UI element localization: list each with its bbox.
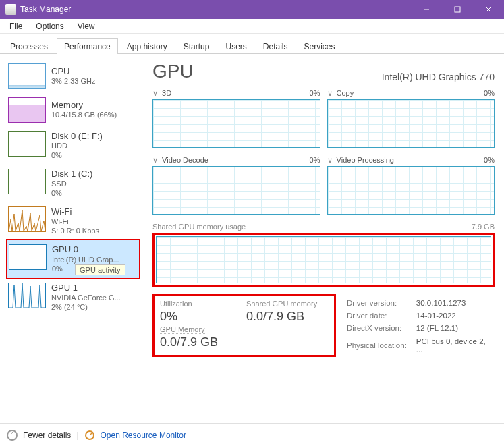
shared-mem-label: Shared GPU memory usage bbox=[152, 223, 246, 231]
chart-name[interactable]: Copy bbox=[337, 89, 354, 97]
minimize-button[interactable] bbox=[411, 0, 442, 19]
shared-mem-max: 7.9 GB bbox=[472, 223, 495, 231]
resource-monitor-icon bbox=[84, 430, 95, 441]
sidebar-item-label: GPU 1 bbox=[51, 283, 121, 294]
sidebar-item-label: Disk 1 (C:) bbox=[51, 169, 92, 179]
tab-app-history[interactable]: App history bbox=[119, 38, 175, 54]
menu-options[interactable]: Options bbox=[29, 20, 70, 32]
sidebar-item-meta: S: 0 R: 0 Kbps bbox=[51, 227, 99, 236]
driver-date-value: 14-01-2022 bbox=[416, 310, 493, 320]
driver-info-table: Driver version:30.0.101.1273 Driver date… bbox=[345, 296, 495, 357]
mini-chart bbox=[8, 97, 46, 123]
engine-chart-video-decode[interactable] bbox=[152, 166, 320, 215]
chart-pct: 0% bbox=[310, 156, 320, 165]
menu-view[interactable]: View bbox=[71, 20, 102, 32]
shared-gpu-mem-value: 0.0/7.9 GB bbox=[246, 310, 327, 324]
driver-date-label: Driver date: bbox=[347, 310, 415, 320]
gpu-memory-label: GPU Memory bbox=[160, 325, 205, 334]
driver-version-label: Driver version: bbox=[347, 298, 415, 308]
gpu-model: Intel(R) UHD Graphics 770 bbox=[382, 72, 495, 82]
tooltip: GPU activity bbox=[75, 264, 125, 275]
sidebar-item-disk-0-e-f-[interactable]: Disk 0 (E: F:)HDD0% bbox=[7, 127, 140, 165]
tab-performance[interactable]: Performance bbox=[57, 38, 118, 54]
chevron-down-icon[interactable]: ∨ bbox=[327, 89, 333, 97]
chart-pct: 0% bbox=[484, 156, 495, 165]
menu-file[interactable]: Filedocument.currentScript.previousEleme… bbox=[3, 20, 29, 32]
shared-gpu-mem-label: Shared GPU memory bbox=[246, 300, 317, 308]
mini-chart bbox=[8, 169, 46, 194]
sidebar-item-meta: 0% bbox=[51, 189, 92, 198]
sidebar-item-cpu[interactable]: CPU3% 2.33 GHz bbox=[7, 59, 140, 93]
shared-mem-chart-highlight bbox=[152, 233, 495, 287]
tab-users[interactable]: Users bbox=[218, 38, 254, 54]
directx-version-value: 12 (FL 12.1) bbox=[416, 323, 493, 333]
svg-line-5 bbox=[90, 433, 92, 435]
physical-location-label: Physical location: bbox=[347, 335, 415, 356]
engine-chart-video-processing[interactable] bbox=[327, 166, 495, 215]
window-title: Task Manager bbox=[20, 5, 411, 14]
main-title: GPU bbox=[152, 61, 194, 82]
sidebar-item-subtitle: Intel(R) UHD Grap... bbox=[52, 256, 119, 265]
sidebar-item-label: Memory bbox=[51, 100, 117, 111]
resource-sidebar: CPU3% 2.33 GHzMemory10.4/15.8 GB (66%)Di… bbox=[0, 54, 140, 423]
sidebar-item-wi-fi[interactable]: Wi-FiWi-FiS: 0 R: 0 Kbps bbox=[7, 202, 140, 240]
physical-location-value: PCI bus 0, device 2, ... bbox=[416, 335, 493, 356]
chevron-down-icon[interactable]: ∨ bbox=[152, 89, 158, 97]
sidebar-item-memory[interactable]: Memory10.4/15.8 GB (66%) bbox=[7, 93, 140, 127]
menubar: Filedocument.currentScript.previousEleme… bbox=[0, 19, 504, 34]
footer: ˄ Fewer details | Open Resource Monitor bbox=[0, 423, 504, 446]
sidebar-item-meta: 2% (24 °C) bbox=[51, 303, 121, 312]
chevron-down-icon[interactable]: ∨ bbox=[152, 156, 158, 164]
tab-strip: ProcessesPerformanceApp historyStartupUs… bbox=[0, 34, 504, 54]
sidebar-item-subtitle: NVIDIA GeForce G... bbox=[51, 294, 121, 303]
tab-startup[interactable]: Startup bbox=[176, 38, 217, 54]
utilization-label: Utilization bbox=[160, 300, 192, 308]
tab-processes[interactable]: Processes bbox=[3, 38, 55, 54]
chart-name[interactable]: 3D bbox=[162, 89, 171, 97]
driver-version-value: 30.0.101.1273 bbox=[416, 298, 493, 308]
chart-pct: 0% bbox=[310, 89, 320, 98]
sidebar-item-label: Disk 0 (E: F:) bbox=[51, 131, 103, 142]
sidebar-item-gpu-0[interactable]: GPU 0Intel(R) UHD Grap...0%GPU activity bbox=[7, 240, 140, 279]
sidebar-item-label: CPU bbox=[51, 66, 95, 77]
fewer-details-button[interactable]: Fewer details bbox=[23, 430, 71, 440]
open-resource-monitor-link[interactable]: Open Resource Monitor bbox=[101, 430, 186, 440]
chart-name[interactable]: Video Decode bbox=[162, 156, 208, 164]
svg-rect-1 bbox=[455, 7, 460, 12]
chart-name[interactable]: Video Processing bbox=[337, 156, 394, 164]
chart-pct: 0% bbox=[484, 89, 495, 98]
sidebar-item-meta: 0% bbox=[51, 151, 103, 161]
sidebar-item-meta: 3% 2.33 GHz bbox=[51, 77, 95, 86]
sidebar-item-subtitle: Wi-Fi bbox=[51, 217, 99, 227]
engine-chart-copy[interactable] bbox=[327, 99, 495, 148]
sidebar-item-meta: 10.4/15.8 GB (66%) bbox=[51, 111, 117, 120]
maximize-button[interactable] bbox=[442, 0, 473, 19]
sidebar-item-label: Wi-Fi bbox=[51, 206, 99, 217]
mini-chart bbox=[8, 63, 46, 89]
mini-chart bbox=[9, 244, 47, 270]
sidebar-item-gpu-1[interactable]: GPU 1NVIDIA GeForce G...2% (24 °C) bbox=[7, 279, 140, 316]
engine-chart-3d[interactable] bbox=[152, 99, 320, 148]
task-manager-icon bbox=[5, 4, 16, 15]
mini-chart bbox=[8, 206, 46, 232]
mini-chart bbox=[8, 283, 46, 308]
mini-chart bbox=[8, 131, 46, 157]
chevron-up-icon[interactable]: ˄ bbox=[7, 430, 18, 441]
tab-details[interactable]: Details bbox=[256, 38, 296, 54]
main-pane: GPU Intel(R) UHD Graphics 770 ∨ 3D0%∨ Co… bbox=[140, 54, 504, 423]
chevron-down-icon[interactable]: ∨ bbox=[327, 156, 333, 164]
close-button[interactable] bbox=[473, 0, 504, 19]
utilization-value: 0% bbox=[160, 310, 241, 324]
sidebar-item-subtitle: HDD bbox=[51, 142, 103, 151]
tab-services[interactable]: Services bbox=[297, 38, 343, 54]
sidebar-item-subtitle: SSD bbox=[51, 179, 92, 189]
stats-highlight: Utilization Shared GPU memory 0% 0.0/7.9… bbox=[152, 294, 336, 357]
gpu-memory-value: 0.0/7.9 GB bbox=[160, 335, 327, 350]
shared-mem-chart[interactable] bbox=[156, 236, 491, 283]
directx-version-label: DirectX version: bbox=[347, 323, 415, 333]
sidebar-item-label: GPU 0 bbox=[52, 244, 119, 255]
titlebar: Task Manager bbox=[0, 0, 504, 19]
sidebar-item-disk-1-c-[interactable]: Disk 1 (C:)SSD0% bbox=[7, 165, 140, 202]
